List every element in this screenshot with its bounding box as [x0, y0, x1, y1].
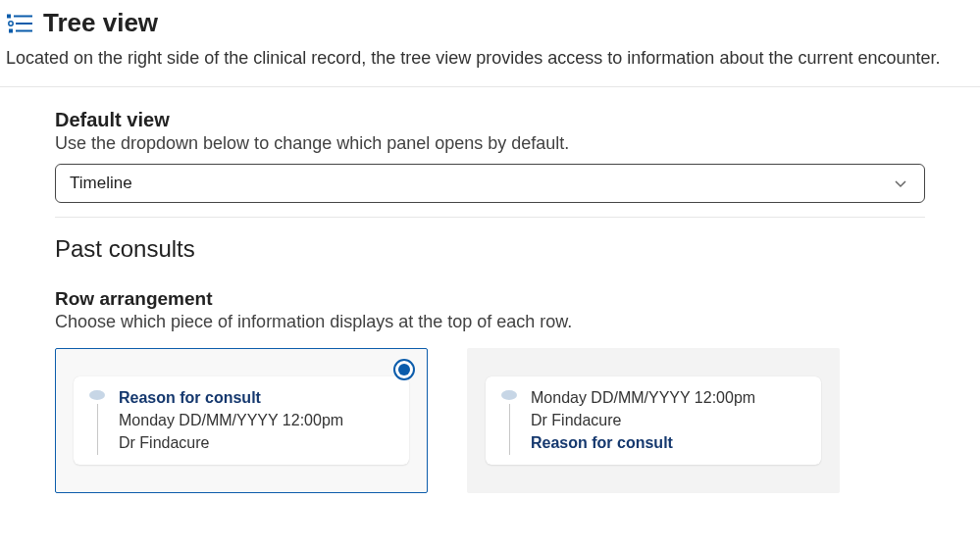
card-line-2: Monday DD/MM/YYYY 12:00pm — [119, 409, 395, 431]
svg-rect-0 — [7, 14, 11, 18]
default-view-heading: Default view — [55, 109, 925, 131]
card-line-2: Dr Findacure — [531, 409, 807, 431]
default-view-section: Default view Use the dropdown below to c… — [0, 87, 980, 218]
consult-card-preview: Reason for consult Monday DD/MM/YYYY 12:… — [74, 376, 409, 465]
svg-point-2 — [9, 21, 13, 25]
card-line-3: Reason for consult — [531, 431, 807, 454]
radio-selected-icon — [393, 359, 415, 380]
row-arrangement-heading: Row arrangement — [55, 288, 925, 310]
timeline-dot-icon — [89, 390, 105, 400]
consult-card-lines: Reason for consult Monday DD/MM/YYYY 12:… — [119, 386, 395, 455]
default-view-hint: Use the dropdown below to change which p… — [55, 133, 925, 154]
card-line-3: Dr Findacure — [119, 431, 395, 454]
tree-view-icon — [6, 12, 33, 35]
page-header: Tree view — [0, 0, 980, 40]
past-consults-heading: Past consults — [55, 235, 925, 263]
row-arrangement-options: Reason for consult Monday DD/MM/YYYY 12:… — [55, 348, 925, 493]
past-consults-section: Past consults Row arrangement Choose whi… — [0, 218, 980, 493]
row-arrangement-hint: Choose which piece of information displa… — [55, 312, 925, 332]
consult-card-preview: Monday DD/MM/YYYY 12:00pm Dr Findacure R… — [486, 376, 821, 465]
svg-rect-4 — [9, 28, 13, 32]
card-line-1: Monday DD/MM/YYYY 12:00pm — [531, 386, 807, 409]
card-line-1: Reason for consult — [119, 386, 395, 409]
row-arrangement-option-date-first[interactable]: Monday DD/MM/YYYY 12:00pm Dr Findacure R… — [467, 348, 840, 493]
page-title: Tree view — [43, 8, 158, 38]
timeline-dot-icon — [501, 390, 517, 400]
timeline-line-icon — [509, 404, 510, 455]
default-view-selected: Timeline — [70, 174, 132, 193]
chevron-down-icon — [891, 174, 910, 193]
consult-card-lines: Monday DD/MM/YYYY 12:00pm Dr Findacure R… — [531, 386, 807, 455]
page-description: Located on the right side of the clinica… — [0, 40, 980, 87]
timeline-rail — [499, 386, 519, 455]
default-view-dropdown[interactable]: Timeline — [55, 164, 925, 203]
timeline-line-icon — [97, 404, 98, 455]
timeline-rail — [87, 386, 107, 455]
row-arrangement-option-reason-first[interactable]: Reason for consult Monday DD/MM/YYYY 12:… — [55, 348, 428, 493]
